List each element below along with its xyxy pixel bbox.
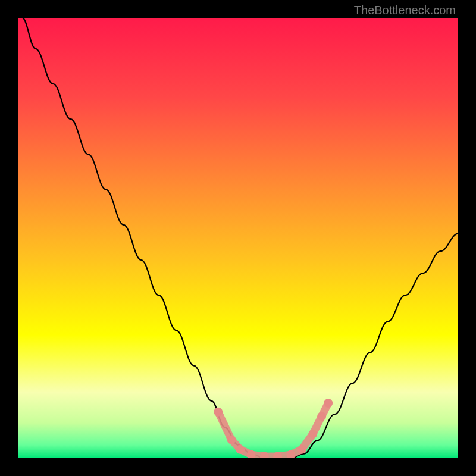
highlight-dot xyxy=(298,445,306,454)
highlight-dot xyxy=(308,430,317,439)
highlight-dot xyxy=(324,399,333,408)
curve-layer xyxy=(18,18,458,458)
highlight-dot xyxy=(214,408,223,416)
bottleneck-curve xyxy=(22,18,458,458)
watermark-text: TheBottleneck.com xyxy=(354,4,456,17)
chart-frame: TheBottleneck.com xyxy=(0,0,476,476)
highlight-dot xyxy=(236,445,245,454)
highlight-dot xyxy=(227,435,236,444)
highlight-dot xyxy=(317,412,326,421)
plot-area xyxy=(18,18,458,458)
